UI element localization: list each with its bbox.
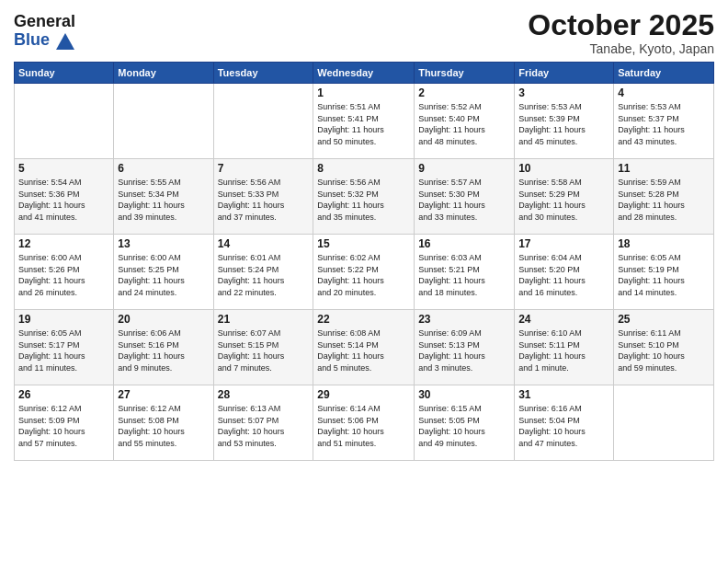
calendar-cell: 5Sunrise: 5:54 AM Sunset: 5:36 PM Daylig… [15,159,114,235]
day-info: Sunrise: 6:12 AM Sunset: 5:09 PM Dayligh… [18,403,109,449]
calendar-cell: 15Sunrise: 6:02 AM Sunset: 5:22 PM Dayli… [313,235,415,310]
day-number: 22 [317,313,410,326]
day-info: Sunrise: 6:00 AM Sunset: 5:26 PM Dayligh… [18,252,109,298]
location-subtitle: Tanabe, Kyoto, Japan [528,41,714,56]
day-number: 11 [618,162,710,175]
calendar-cell [213,84,313,159]
calendar-cell: 9Sunrise: 5:57 AM Sunset: 5:30 PM Daylig… [415,159,515,235]
calendar-cell: 27Sunrise: 6:12 AM Sunset: 5:08 PM Dayli… [114,385,213,461]
day-info: Sunrise: 6:10 AM Sunset: 5:11 PM Dayligh… [518,327,609,373]
day-info: Sunrise: 5:55 AM Sunset: 5:34 PM Dayligh… [118,177,209,223]
weekday-header-friday: Friday [515,63,614,84]
calendar-cell: 11Sunrise: 5:59 AM Sunset: 5:28 PM Dayli… [614,159,714,235]
day-number: 15 [317,237,410,250]
day-info: Sunrise: 6:04 AM Sunset: 5:20 PM Dayligh… [518,252,609,298]
day-info: Sunrise: 6:01 AM Sunset: 5:24 PM Dayligh… [218,252,310,298]
logo-text: General Blue [14,13,75,50]
calendar-cell: 30Sunrise: 6:15 AM Sunset: 5:05 PM Dayli… [415,385,515,461]
weekday-header-tuesday: Tuesday [213,63,313,84]
day-number: 26 [18,388,109,401]
day-info: Sunrise: 6:13 AM Sunset: 5:07 PM Dayligh… [218,403,310,449]
day-info: Sunrise: 6:05 AM Sunset: 5:17 PM Dayligh… [18,327,109,373]
calendar-cell: 17Sunrise: 6:04 AM Sunset: 5:20 PM Dayli… [515,235,614,310]
weekday-header-monday: Monday [114,63,213,84]
calendar-cell: 10Sunrise: 5:58 AM Sunset: 5:29 PM Dayli… [515,159,614,235]
day-info: Sunrise: 6:03 AM Sunset: 5:21 PM Dayligh… [418,252,510,298]
calendar-cell: 2Sunrise: 5:52 AM Sunset: 5:40 PM Daylig… [415,84,515,159]
day-info: Sunrise: 6:02 AM Sunset: 5:22 PM Dayligh… [317,252,410,298]
calendar-cell: 6Sunrise: 5:55 AM Sunset: 5:34 PM Daylig… [114,159,213,235]
calendar-cell: 25Sunrise: 6:11 AM Sunset: 5:10 PM Dayli… [614,310,714,385]
day-info: Sunrise: 6:06 AM Sunset: 5:16 PM Dayligh… [118,327,209,373]
day-info: Sunrise: 6:07 AM Sunset: 5:15 PM Dayligh… [218,327,310,373]
day-number: 19 [18,313,109,326]
calendar-cell: 3Sunrise: 5:53 AM Sunset: 5:39 PM Daylig… [515,84,614,159]
day-number: 2 [418,86,510,99]
calendar-cell: 23Sunrise: 6:09 AM Sunset: 5:13 PM Dayli… [415,310,515,385]
calendar-cell: 31Sunrise: 6:16 AM Sunset: 5:04 PM Dayli… [515,385,614,461]
week-row-1: 1Sunrise: 5:51 AM Sunset: 5:41 PM Daylig… [15,84,714,159]
day-info: Sunrise: 5:53 AM Sunset: 5:39 PM Dayligh… [518,101,609,147]
weekday-header-wednesday: Wednesday [313,63,415,84]
week-row-2: 5Sunrise: 5:54 AM Sunset: 5:36 PM Daylig… [15,159,714,235]
day-number: 30 [418,388,510,401]
page-header: General Blue October 2025 Tanabe, Kyoto,… [14,9,714,56]
calendar-cell: 7Sunrise: 5:56 AM Sunset: 5:33 PM Daylig… [213,159,313,235]
day-number: 23 [418,313,510,326]
day-info: Sunrise: 5:52 AM Sunset: 5:40 PM Dayligh… [418,101,510,147]
day-number: 13 [118,237,209,250]
week-row-4: 19Sunrise: 6:05 AM Sunset: 5:17 PM Dayli… [15,310,714,385]
day-number: 10 [518,162,609,175]
day-number: 29 [317,388,410,401]
weekday-header-saturday: Saturday [614,63,714,84]
day-number: 20 [118,313,209,326]
weekday-header-thursday: Thursday [415,63,515,84]
calendar-cell: 19Sunrise: 6:05 AM Sunset: 5:17 PM Dayli… [15,310,114,385]
day-number: 24 [518,313,609,326]
calendar-cell: 4Sunrise: 5:53 AM Sunset: 5:37 PM Daylig… [614,84,714,159]
weekday-header-row: SundayMondayTuesdayWednesdayThursdayFrid… [15,63,714,84]
day-info: Sunrise: 6:08 AM Sunset: 5:14 PM Dayligh… [317,327,410,373]
calendar-cell: 29Sunrise: 6:14 AM Sunset: 5:06 PM Dayli… [313,385,415,461]
day-number: 21 [218,313,310,326]
day-info: Sunrise: 5:53 AM Sunset: 5:37 PM Dayligh… [618,101,710,147]
calendar-cell: 28Sunrise: 6:13 AM Sunset: 5:07 PM Dayli… [213,385,313,461]
title-block: October 2025 Tanabe, Kyoto, Japan [528,9,714,56]
day-number: 12 [18,237,109,250]
calendar-cell [114,84,213,159]
calendar-cell: 18Sunrise: 6:05 AM Sunset: 5:19 PM Dayli… [614,235,714,310]
day-number: 8 [317,162,410,175]
calendar-cell [15,84,114,159]
calendar-cell: 26Sunrise: 6:12 AM Sunset: 5:09 PM Dayli… [15,385,114,461]
day-number: 14 [218,237,310,250]
day-info: Sunrise: 5:54 AM Sunset: 5:36 PM Dayligh… [18,177,109,223]
day-number: 1 [317,86,410,99]
day-info: Sunrise: 5:59 AM Sunset: 5:28 PM Dayligh… [618,177,710,223]
week-row-3: 12Sunrise: 6:00 AM Sunset: 5:26 PM Dayli… [15,235,714,310]
logo: General Blue [14,9,75,50]
day-info: Sunrise: 6:14 AM Sunset: 5:06 PM Dayligh… [317,403,410,449]
calendar-cell: 13Sunrise: 6:00 AM Sunset: 5:25 PM Dayli… [114,235,213,310]
week-row-5: 26Sunrise: 6:12 AM Sunset: 5:09 PM Dayli… [15,385,714,461]
calendar-cell: 22Sunrise: 6:08 AM Sunset: 5:14 PM Dayli… [313,310,415,385]
calendar-cell: 12Sunrise: 6:00 AM Sunset: 5:26 PM Dayli… [15,235,114,310]
calendar-table: SundayMondayTuesdayWednesdayThursdayFrid… [14,62,714,461]
day-info: Sunrise: 6:00 AM Sunset: 5:25 PM Dayligh… [118,252,209,298]
calendar-cell: 20Sunrise: 6:06 AM Sunset: 5:16 PM Dayli… [114,310,213,385]
day-number: 16 [418,237,510,250]
day-info: Sunrise: 5:51 AM Sunset: 5:41 PM Dayligh… [317,101,410,147]
day-info: Sunrise: 5:58 AM Sunset: 5:29 PM Dayligh… [518,177,609,223]
calendar-cell: 24Sunrise: 6:10 AM Sunset: 5:11 PM Dayli… [515,310,614,385]
day-info: Sunrise: 5:56 AM Sunset: 5:32 PM Dayligh… [317,177,410,223]
weekday-header-sunday: Sunday [15,63,114,84]
day-number: 9 [418,162,510,175]
day-info: Sunrise: 6:09 AM Sunset: 5:13 PM Dayligh… [418,327,510,373]
calendar-page: General Blue October 2025 Tanabe, Kyoto,… [0,0,728,563]
day-info: Sunrise: 6:05 AM Sunset: 5:19 PM Dayligh… [618,252,710,298]
day-number: 25 [618,313,710,326]
day-info: Sunrise: 5:57 AM Sunset: 5:30 PM Dayligh… [418,177,510,223]
day-number: 3 [518,86,609,99]
day-number: 4 [618,86,710,99]
day-info: Sunrise: 6:15 AM Sunset: 5:05 PM Dayligh… [418,403,510,449]
calendar-cell: 14Sunrise: 6:01 AM Sunset: 5:24 PM Dayli… [213,235,313,310]
